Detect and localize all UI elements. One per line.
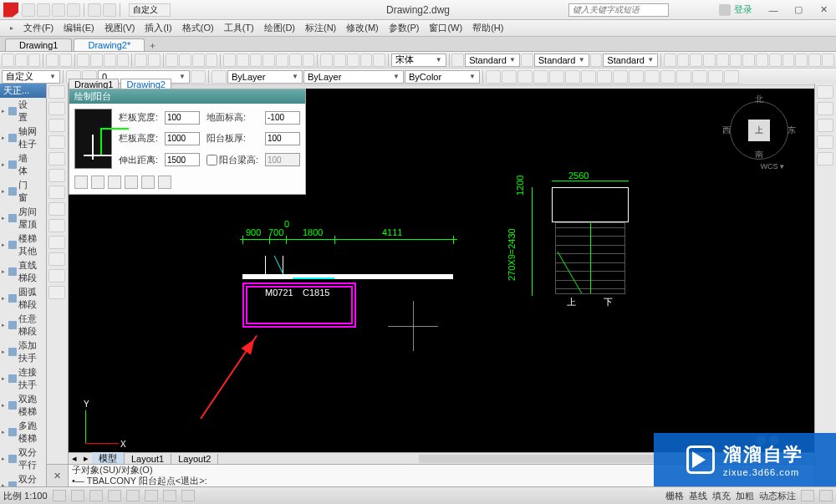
- nav-pan-icon[interactable]: [817, 85, 833, 99]
- draw-spline-icon[interactable]: [48, 202, 65, 216]
- tool-circle-icon[interactable]: [360, 53, 373, 67]
- tool-spline-icon[interactable]: [373, 53, 385, 67]
- dim-aligned-icon[interactable]: [677, 53, 690, 67]
- viewcube[interactable]: 上 北 南 东 西 WCS ▾: [726, 97, 793, 164]
- tablestyle-select[interactable]: Standard▼: [603, 53, 658, 67]
- tool-linedash-icon[interactable]: [451, 53, 464, 67]
- status-extra2-icon[interactable]: [819, 490, 833, 501]
- mod-erase-icon[interactable]: [486, 70, 501, 84]
- dimstyle-select[interactable]: Standard▼: [534, 53, 589, 67]
- dim-tol-icon[interactable]: [795, 53, 808, 67]
- tool-dimstyle-icon[interactable]: [521, 53, 533, 67]
- status-grid-icon[interactable]: [71, 490, 84, 501]
- dim-edit-icon[interactable]: [822, 53, 834, 67]
- qat-redo-icon[interactable]: [103, 3, 116, 17]
- palette-item[interactable]: ▸连接扶手: [0, 365, 46, 392]
- balcony-type5-icon[interactable]: [141, 176, 155, 189]
- qat-save-icon[interactable]: [52, 3, 65, 17]
- draw-rect-icon[interactable]: [48, 152, 65, 165]
- nav-wheel-icon[interactable]: [817, 135, 833, 149]
- tool-arc-icon[interactable]: [347, 53, 359, 67]
- dim-angular-icon[interactable]: [690, 53, 702, 67]
- status-lwt-icon[interactable]: [181, 490, 195, 501]
- menu-modify[interactable]: 修改(M): [341, 20, 384, 36]
- mod-offset-icon[interactable]: [533, 70, 548, 84]
- draw-hatch2-icon[interactable]: [48, 219, 65, 232]
- viewcube-s[interactable]: 南: [755, 149, 763, 160]
- mod-chamfer-icon[interactable]: [692, 70, 707, 84]
- tool-new-icon[interactable]: [2, 53, 14, 67]
- maximize-icon[interactable]: ▢: [786, 1, 811, 19]
- draw-arc-icon[interactable]: [48, 119, 65, 132]
- palette-item[interactable]: ▸门 窗: [0, 178, 46, 205]
- draw-point-icon[interactable]: [48, 286, 65, 299]
- tool-match-icon[interactable]: [117, 53, 130, 67]
- mod-extend-icon[interactable]: [645, 70, 660, 84]
- qat-print-icon[interactable]: [67, 3, 80, 17]
- input-dmbg[interactable]: [265, 111, 300, 125]
- status-polar-icon[interactable]: [108, 490, 121, 501]
- cmd-close-icon[interactable]: ✕: [47, 465, 69, 486]
- workspace-select[interactable]: [129, 3, 171, 17]
- palette-item[interactable]: ▸设 置: [0, 98, 46, 125]
- draw-text2-icon[interactable]: [48, 236, 65, 249]
- viewcube-e[interactable]: 东: [788, 125, 796, 136]
- draw-block2-icon[interactable]: [48, 269, 65, 283]
- tool-line2-icon[interactable]: [320, 53, 333, 67]
- font-select[interactable]: 宋体▼: [391, 53, 446, 67]
- status-t1[interactable]: 栅格: [665, 490, 684, 502]
- viewcube-face[interactable]: 上: [748, 120, 770, 141]
- close-icon[interactable]: ✕: [811, 1, 836, 19]
- linetype-select[interactable]: ByLayer▼: [303, 70, 404, 84]
- mod-array-icon[interactable]: [549, 70, 564, 84]
- new-tab-icon[interactable]: ＋: [146, 39, 158, 51]
- palette-item[interactable]: ▸双分转角: [0, 472, 46, 486]
- tool-paste-icon[interactable]: [104, 53, 116, 67]
- textstyle-select[interactable]: Standard▼: [465, 53, 520, 67]
- status-snap-icon[interactable]: [53, 490, 66, 501]
- mod-explode-icon[interactable]: [724, 70, 739, 84]
- tool-zoom-icon[interactable]: [179, 53, 191, 67]
- palette-item[interactable]: ▸圆弧梯段: [0, 285, 46, 312]
- menu-dim[interactable]: 标注(N): [300, 20, 341, 36]
- search-input[interactable]: [568, 3, 669, 17]
- mod-copy-icon[interactable]: [502, 70, 517, 84]
- dim-radius-icon[interactable]: [716, 53, 729, 67]
- mod-move-icon[interactable]: [565, 70, 580, 84]
- status-t3[interactable]: 填充: [712, 490, 731, 502]
- viewcube-w[interactable]: 西: [722, 125, 731, 136]
- layout-1[interactable]: Layout1: [125, 454, 171, 464]
- qat-open-icon[interactable]: [37, 3, 50, 17]
- draw-pline-icon[interactable]: [48, 102, 65, 115]
- mod-mirror-icon[interactable]: [517, 70, 533, 84]
- tool-zoomext-icon[interactable]: [206, 53, 218, 67]
- palette-item[interactable]: ▸多跑楼梯: [0, 419, 46, 445]
- tool-undo-icon[interactable]: [135, 53, 147, 67]
- mod-scale-icon[interactable]: [597, 70, 612, 84]
- balcony-type1-icon[interactable]: [74, 176, 88, 189]
- nav-zoom-icon[interactable]: [817, 102, 833, 115]
- tool-text-icon[interactable]: [276, 53, 288, 67]
- mod-stretch-icon[interactable]: [613, 70, 628, 84]
- tool-tablestyle-icon[interactable]: [590, 53, 603, 67]
- dim-base-icon[interactable]: [769, 53, 782, 67]
- menu-help[interactable]: 帮助(H): [467, 20, 508, 36]
- nav-show-icon[interactable]: [817, 152, 833, 165]
- menu-view[interactable]: 视图(V): [99, 20, 140, 36]
- tool-prop-icon[interactable]: [237, 53, 249, 67]
- lineweight-select[interactable]: ByColor▼: [405, 70, 480, 84]
- tool-block-icon[interactable]: [250, 53, 263, 67]
- checkbox-ytlg[interactable]: [206, 155, 217, 165]
- color-icon[interactable]: [212, 70, 227, 84]
- login-button[interactable]: 登录: [719, 3, 752, 16]
- palette-item[interactable]: ▸房间屋顶: [0, 205, 46, 232]
- status-t4[interactable]: 加粗: [736, 490, 754, 502]
- dim-diameter-icon[interactable]: [730, 53, 742, 67]
- tool-open-icon[interactable]: [15, 53, 28, 67]
- mod-fillet-icon[interactable]: [708, 70, 723, 84]
- menu-param[interactable]: 参数(P): [384, 20, 425, 36]
- draw-line-icon[interactable]: [48, 85, 65, 99]
- draw-mtext-icon[interactable]: [48, 252, 65, 266]
- dim-center-icon[interactable]: [808, 53, 821, 67]
- layer-prev-icon[interactable]: [191, 70, 206, 84]
